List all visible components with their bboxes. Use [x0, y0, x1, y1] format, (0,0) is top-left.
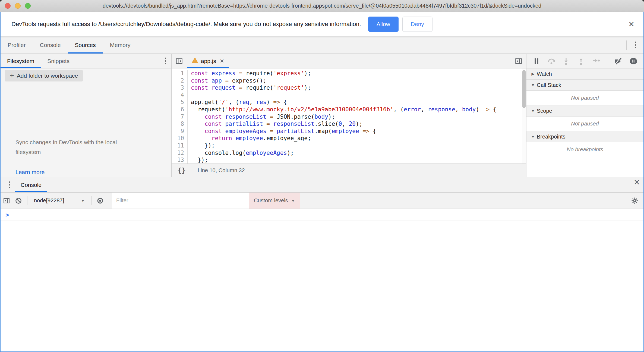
- code-text: [188, 92, 191, 99]
- drawer-tab-label: Console: [21, 182, 42, 188]
- code-line-5[interactable]: 5app.get('/', (req, res) => {: [172, 99, 526, 106]
- navigator-tab-snippets[interactable]: Snippets: [41, 54, 76, 68]
- file-tab-appjs[interactable]: app.js ×: [187, 54, 229, 68]
- add-folder-button[interactable]: + Add folder to workspace: [5, 70, 83, 81]
- line-number[interactable]: 7: [172, 113, 187, 121]
- code-line-9[interactable]: 9 const employeeAges = partialList.map(e…: [172, 128, 526, 135]
- learn-more-link[interactable]: Learn more: [15, 169, 45, 175]
- step-out-icon[interactable]: [575, 55, 588, 67]
- code-line-13[interactable]: 13 });: [172, 156, 526, 164]
- pause-script-icon[interactable]: [530, 55, 543, 67]
- console-drawer: Console × node[92287] ▼: [1, 177, 643, 351]
- step-into-icon[interactable]: [560, 55, 573, 67]
- devtools-frame: DevTools requests full access to /Users/…: [0, 12, 644, 352]
- execution-context-selector[interactable]: node[92287] ▼: [30, 193, 89, 209]
- line-number[interactable]: 13: [172, 156, 187, 164]
- step-icon[interactable]: [589, 55, 602, 67]
- section-header-breakpoints[interactable]: ▼Breakpoints: [526, 131, 643, 142]
- navigator-more-options-icon[interactable]: [159, 54, 171, 68]
- drawer-menu-icon[interactable]: [3, 177, 15, 192]
- clear-console-icon[interactable]: [12, 193, 24, 209]
- code-line-3[interactable]: 3const request = require('request');: [172, 84, 526, 92]
- zoom-window-button[interactable]: [25, 3, 31, 9]
- minimize-window-button[interactable]: [15, 3, 21, 9]
- console-toolbar-divider-3: [109, 196, 109, 205]
- code-line-11[interactable]: 11 });: [172, 142, 526, 149]
- code-line-6[interactable]: 6 request('http://www.mocky.io/v2/5e1a9a…: [172, 106, 526, 113]
- line-number[interactable]: 9: [172, 128, 187, 135]
- section-label: Call Stack: [537, 82, 561, 88]
- editor-scrollbar-thumb[interactable]: [522, 70, 526, 108]
- code-line-8[interactable]: 8 const partialList = responseList.slice…: [172, 120, 526, 128]
- console-settings-gear-icon[interactable]: [629, 193, 641, 209]
- navigator-pane: FilesystemSnippets + Add folder to works…: [1, 54, 172, 177]
- allow-button[interactable]: Allow: [368, 17, 399, 32]
- filter-input[interactable]: [112, 193, 249, 209]
- debugger-toolbar-divider: [607, 56, 607, 66]
- triangle-right-icon: ▶: [529, 72, 537, 76]
- editor-statusbar: {} Line 10, Column 32: [172, 164, 526, 177]
- navigator-empty-state: Sync changes in DevTools with the local …: [1, 83, 171, 177]
- infobar-close-icon[interactable]: ×: [625, 19, 638, 29]
- cursor-position: Line 10, Column 32: [198, 167, 245, 174]
- section-header-call-stack[interactable]: ▼Call Stack: [526, 80, 643, 91]
- drawer-tab-console[interactable]: Console: [15, 177, 47, 192]
- line-number[interactable]: 11: [172, 142, 187, 149]
- titlebar: devtools://devtools/bundled/js_app.html?…: [0, 0, 644, 12]
- line-number[interactable]: 4: [172, 92, 187, 99]
- add-folder-label: Add folder to workspace: [17, 73, 78, 79]
- console-toolbar-divider-4: [626, 196, 626, 205]
- navigator-tab-filesystem[interactable]: Filesystem: [1, 54, 41, 68]
- custom-levels-dropdown[interactable]: Custom levels ▼: [249, 193, 300, 209]
- line-number[interactable]: 5: [172, 99, 187, 106]
- panel-tab-console[interactable]: Console: [33, 36, 68, 54]
- code-editor[interactable]: 1const express = require('express');2con…: [172, 68, 526, 164]
- line-number[interactable]: 3: [172, 84, 187, 92]
- show-debugger-icon[interactable]: [511, 54, 526, 68]
- section-content-breakpoints: No breakpoints: [526, 142, 643, 157]
- console-prompt[interactable]: >: [1, 209, 643, 221]
- code-line-2[interactable]: 2const app = express();: [172, 77, 526, 84]
- workspace-permission-infobar: DevTools requests full access to /Users/…: [1, 12, 643, 36]
- tab-close-icon[interactable]: ×: [220, 57, 224, 65]
- code-line-7[interactable]: 7 const responseList = JSON.parse(body);: [172, 113, 526, 121]
- line-number[interactable]: 12: [172, 149, 187, 157]
- drawer-close-icon[interactable]: ×: [630, 177, 643, 192]
- panel-tab-profiler[interactable]: Profiler: [1, 36, 33, 54]
- main-tabbar: ProfilerConsoleSourcesMemory: [1, 36, 643, 54]
- editor-pane: app.js × 1const express = require('expre…: [172, 54, 526, 177]
- section-header-watch[interactable]: ▶Watch: [526, 68, 643, 80]
- step-over-icon[interactable]: [545, 55, 558, 67]
- panel-tab-memory[interactable]: Memory: [103, 36, 138, 54]
- line-number[interactable]: 1: [172, 70, 187, 77]
- console-toolbar-divider-1: [27, 196, 27, 205]
- editor-scrollbar: [522, 68, 526, 164]
- line-number[interactable]: 2: [172, 77, 187, 84]
- live-expression-eye-icon[interactable]: [94, 193, 106, 209]
- console-sidebar-icon[interactable]: [1, 193, 12, 209]
- pause-on-exceptions-icon[interactable]: [627, 55, 640, 67]
- traffic-lights: [5, 3, 31, 9]
- main-menu-icon[interactable]: [629, 36, 641, 54]
- triangle-down-icon: ▼: [529, 134, 537, 139]
- section-header-scope[interactable]: ▼Scope: [526, 105, 643, 117]
- close-window-button[interactable]: [5, 3, 11, 9]
- deny-button[interactable]: Deny: [402, 17, 433, 32]
- code-line-4[interactable]: 4: [172, 92, 526, 99]
- pretty-print-icon[interactable]: {}: [178, 166, 186, 174]
- line-number[interactable]: 8: [172, 120, 187, 128]
- code-text: app.get('/', (req, res) => {: [188, 99, 287, 106]
- deactivate-breakpoints-icon[interactable]: [612, 55, 625, 67]
- infobar-message: DevTools requests full access to /Users/…: [11, 21, 361, 28]
- line-number[interactable]: 10: [172, 135, 187, 142]
- code-text: return employee.employee_age;: [188, 135, 311, 142]
- code-line-10[interactable]: 10 return employee.employee_age;: [172, 135, 526, 142]
- code-line-12[interactable]: 12 console.log(employeeAges);: [172, 149, 526, 157]
- panel-tab-sources[interactable]: Sources: [68, 36, 103, 54]
- line-number[interactable]: 6: [172, 106, 187, 113]
- editor-tabbar-spacer: [229, 54, 511, 68]
- console-messages-area[interactable]: [1, 221, 643, 351]
- prompt-chevron-icon: >: [5, 211, 9, 218]
- hide-navigator-icon[interactable]: [172, 54, 187, 68]
- code-line-1[interactable]: 1const express = require('express');: [172, 70, 526, 77]
